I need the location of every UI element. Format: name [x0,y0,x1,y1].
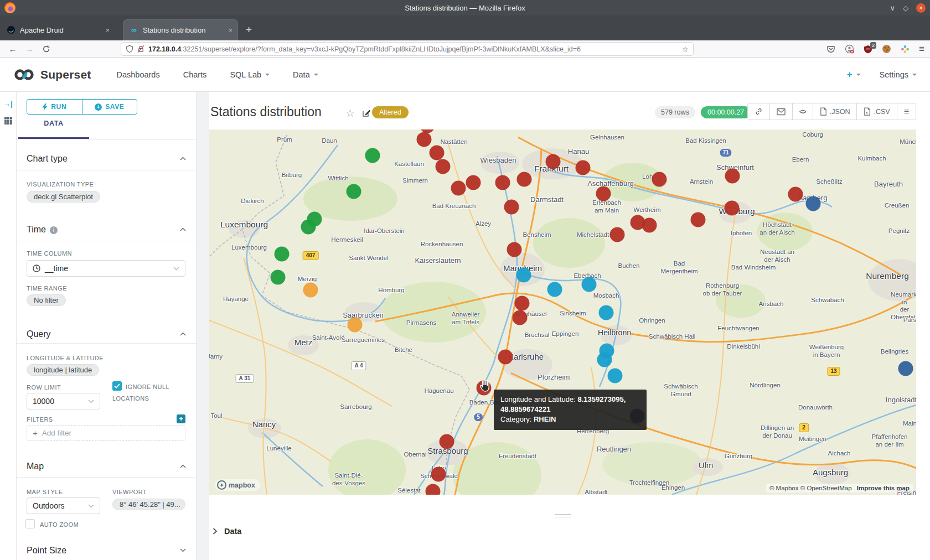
scatter-point-red[interactable] [576,160,591,175]
scatter-point-red[interactable] [440,434,454,449]
auto-zoom-checkbox[interactable] [25,519,35,528]
viz-type-pill[interactable]: deck.gl Scatterplot [27,191,100,203]
scatter-point-orange[interactable] [348,318,363,333]
adblock-shield-icon[interactable]: 2 [864,45,872,54]
scatter-point-red[interactable] [504,200,519,215]
favorite-star-icon[interactable]: ☆ [345,107,355,120]
section-map[interactable]: Map [27,462,44,471]
altered-badge[interactable]: Altered [372,106,409,118]
ignore-null-checkbox[interactable] [112,381,122,391]
scatter-point-red[interactable] [436,159,451,174]
scatter-point-red[interactable] [417,132,432,147]
scatter-point-red[interactable] [495,175,510,190]
add-filter-plus-icon[interactable]: + [177,414,185,423]
add-new-button[interactable]: + [847,69,861,80]
deckgl-scatter-map[interactable]: PrümDaunNastättenGelnhausenHanauBad Kiss… [209,129,916,495]
nav-item-sql-lab[interactable]: SQL Lab [230,70,270,79]
export-json-button[interactable]: .JSON [813,103,857,120]
new-tab-icon[interactable]: + [246,24,252,36]
nav-item-dashboards[interactable]: Dashboards [116,70,159,79]
tab-stations-distribution[interactable]: ∞ Stations distribution × [123,19,238,40]
section-time[interactable]: Timei [27,225,58,235]
scatter-point-cyan[interactable] [608,369,623,383]
scatter-point-red[interactable] [515,296,530,311]
scatter-point-red[interactable] [430,146,445,160]
scatter-point-green[interactable] [275,247,290,262]
scatter-point-red[interactable] [596,186,611,201]
scatter-point-green[interactable] [271,270,286,285]
settings-menu[interactable]: Settings [880,70,917,79]
tab-close-icon[interactable]: × [105,26,110,34]
pocket-icon[interactable] [826,45,835,54]
reload-icon[interactable] [38,45,54,53]
attribution-osm-link[interactable]: © OpenStreetMap [800,485,852,491]
tab-close-icon[interactable]: × [228,26,232,34]
nav-item-data[interactable]: Data [293,70,318,79]
url-text[interactable]: 172.18.0.4:32251/superset/explore/?form_… [148,45,678,53]
nav-item-charts[interactable]: Charts [183,70,207,79]
chevron-up-icon[interactable] [180,464,186,468]
scatter-point-cyan[interactable] [547,282,562,297]
scatter-point-red[interactable] [546,154,561,169]
insecure-lock-icon[interactable] [137,45,145,53]
scatter-point-cyan[interactable] [582,277,597,292]
map-style-select[interactable]: Outdoors [27,497,100,514]
scatter-point-red[interactable] [652,172,667,187]
url-bar[interactable]: 172.18.0.4:32251/superset/explore/?form_… [121,42,694,56]
dataset-grid-icon[interactable] [4,116,13,125]
edit-properties-icon[interactable] [362,108,371,117]
attribution-mapbox-link[interactable]: © Mapbox [769,485,799,491]
scatter-point-red[interactable] [691,212,706,227]
data-panel-toggle[interactable]: Data [213,527,241,536]
scatter-point-green[interactable] [365,148,380,163]
add-filter-input[interactable]: + Add filter [27,425,185,441]
scatter-point-red[interactable] [788,187,803,202]
chevron-up-icon[interactable] [180,227,186,231]
scatter-point-cyan[interactable] [516,268,531,283]
lonlat-pill[interactable]: longitude | latitude [27,364,99,376]
window-maximize-icon[interactable]: ◇ [903,4,908,12]
copy-link-button[interactable] [748,103,769,120]
forward-icon[interactable]: → [21,44,38,54]
scatter-point-orange[interactable] [303,283,318,298]
scatter-point-blue[interactable] [898,361,913,376]
scatter-point-red[interactable] [431,467,446,482]
back-icon[interactable]: ← [4,44,21,54]
improve-map-link[interactable]: Improve this map [857,485,910,491]
row-limit-select[interactable]: 10000 [27,393,100,409]
section-point-size[interactable]: Point Size [27,546,66,556]
scatter-point-red[interactable] [642,218,657,233]
save-button[interactable]: + SAVE [82,100,137,114]
tab-data[interactable]: DATA [18,120,89,127]
chart-menu-icon[interactable]: ≡ [897,103,916,120]
time-range-pill[interactable]: No filter [27,294,66,306]
chevron-down-icon[interactable] [180,548,186,552]
chevron-up-icon[interactable] [180,157,186,160]
section-chart-type[interactable]: Chart type [27,154,68,164]
scatter-point-red[interactable] [725,201,740,216]
scatter-point-cyan[interactable] [597,352,612,367]
email-button[interactable] [769,103,792,120]
time-column-select[interactable]: __time [27,260,185,277]
scatter-point-red[interactable] [513,310,528,325]
scatter-point-red[interactable] [725,169,740,184]
scatter-point-red[interactable] [498,350,513,365]
scatter-point-red[interactable] [451,181,466,196]
scatter-point-red[interactable] [426,484,441,495]
run-button[interactable]: RUN [27,100,82,114]
scatter-point-red[interactable] [507,242,522,257]
resize-handle[interactable] [555,512,571,519]
hamburger-menu-icon[interactable]: ≡ [919,44,924,55]
tracking-shield-icon[interactable] [126,45,133,53]
tab-apache-druid[interactable]: Apache Druid × [0,19,115,40]
account-icon[interactable] [845,44,854,54]
scatter-point-red[interactable] [610,227,625,242]
scatter-point-red[interactable] [466,175,481,190]
scatter-point-red[interactable] [517,172,532,187]
expand-datasource-icon[interactable]: →| [3,100,13,108]
scatter-point-green[interactable] [347,184,361,199]
cookie-extension-icon[interactable] [882,44,891,54]
chevron-up-icon[interactable] [180,332,186,336]
section-query[interactable]: Query [27,329,51,339]
extension-flower-icon[interactable] [901,45,910,54]
